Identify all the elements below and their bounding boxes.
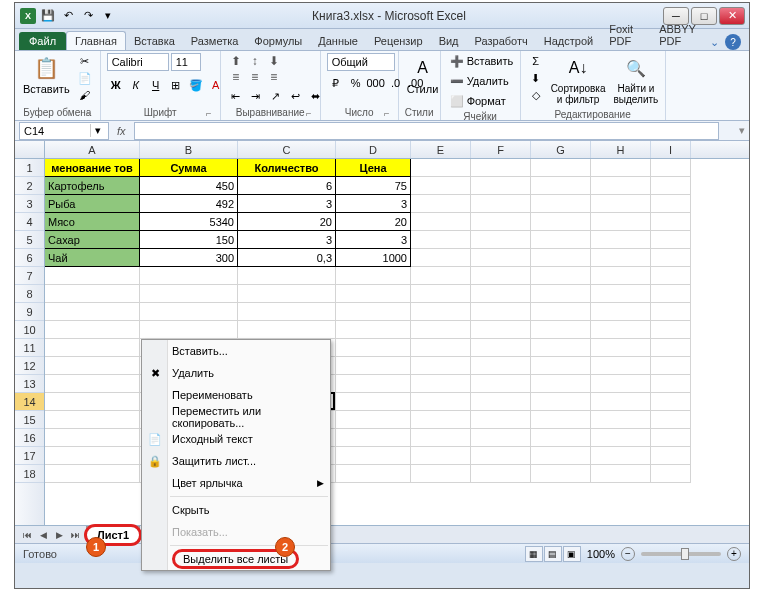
font-size-combo[interactable]: 11 [171, 53, 201, 71]
cell-I7[interactable] [651, 267, 691, 285]
column-header-A[interactable]: A [45, 141, 140, 158]
wrap-text-icon[interactable]: ↩ [287, 88, 305, 104]
cell-H3[interactable] [591, 195, 651, 213]
percent-icon[interactable]: % [347, 75, 365, 91]
sheet-nav-first-icon[interactable]: ⏮ [19, 527, 35, 543]
cell-A18[interactable] [45, 465, 140, 483]
row-header-16[interactable]: 16 [15, 429, 44, 447]
cell-I16[interactable] [651, 429, 691, 447]
cell-D1[interactable]: Цена [336, 159, 411, 177]
cell-I9[interactable] [651, 303, 691, 321]
cell-D17[interactable] [336, 447, 411, 465]
undo-icon[interactable]: ↶ [59, 7, 77, 25]
cell-E17[interactable] [411, 447, 471, 465]
cell-E2[interactable] [411, 177, 471, 195]
cell-E14[interactable] [411, 393, 471, 411]
font-launcher-icon[interactable]: ⌐ [206, 108, 216, 118]
cell-D11[interactable] [336, 339, 411, 357]
orientation-icon[interactable]: ↗ [267, 88, 285, 104]
cell-F17[interactable] [471, 447, 531, 465]
cell-B9[interactable] [140, 303, 238, 321]
align-left-icon[interactable]: ≡ [227, 69, 245, 84]
cell-B10[interactable] [140, 321, 238, 339]
cell-F15[interactable] [471, 411, 531, 429]
ctx-item-2[interactable]: Переименовать [142, 384, 330, 406]
cell-I1[interactable] [651, 159, 691, 177]
cell-E13[interactable] [411, 375, 471, 393]
cell-G8[interactable] [531, 285, 591, 303]
cell-D16[interactable] [336, 429, 411, 447]
number-launcher-icon[interactable]: ⌐ [384, 108, 394, 118]
cell-I11[interactable] [651, 339, 691, 357]
cell-D12[interactable] [336, 357, 411, 375]
cell-I15[interactable] [651, 411, 691, 429]
cell-I12[interactable] [651, 357, 691, 375]
cell-F5[interactable] [471, 231, 531, 249]
cell-H15[interactable] [591, 411, 651, 429]
cell-A15[interactable] [45, 411, 140, 429]
cell-B5[interactable]: 150 [140, 231, 238, 249]
cell-I17[interactable] [651, 447, 691, 465]
close-button[interactable]: ✕ [719, 7, 745, 25]
cell-E7[interactable] [411, 267, 471, 285]
ctx-item-5[interactable]: 🔒Защитить лист... [142, 450, 330, 472]
file-tab[interactable]: Файл [19, 32, 66, 50]
cell-H8[interactable] [591, 285, 651, 303]
row-header-12[interactable]: 12 [15, 357, 44, 375]
ctx-item-0[interactable]: Вставить... [142, 340, 330, 362]
decrease-indent-icon[interactable]: ⇤ [227, 88, 245, 104]
row-header-6[interactable]: 6 [15, 249, 44, 267]
cell-C1[interactable]: Количество [238, 159, 336, 177]
cell-G15[interactable] [531, 411, 591, 429]
cell-H13[interactable] [591, 375, 651, 393]
row-header-4[interactable]: 4 [15, 213, 44, 231]
cell-F2[interactable] [471, 177, 531, 195]
comma-icon[interactable]: 000 [367, 75, 385, 91]
cell-I6[interactable] [651, 249, 691, 267]
cell-B6[interactable]: 300 [140, 249, 238, 267]
cell-E9[interactable] [411, 303, 471, 321]
border-icon[interactable]: ⊞ [167, 77, 185, 93]
copy-icon[interactable]: 📄 [76, 70, 94, 86]
row-header-14[interactable]: 14 [15, 393, 44, 411]
cell-H9[interactable] [591, 303, 651, 321]
ctx-item-3[interactable]: Переместить или скопировать... [142, 406, 330, 428]
select-all-button[interactable] [15, 141, 45, 158]
zoom-thumb[interactable] [681, 548, 689, 560]
row-header-13[interactable]: 13 [15, 375, 44, 393]
row-header-7[interactable]: 7 [15, 267, 44, 285]
align-bottom-icon[interactable]: ⬇ [265, 53, 283, 68]
cell-G18[interactable] [531, 465, 591, 483]
align-launcher-icon[interactable]: ⌐ [306, 108, 316, 118]
cell-E6[interactable] [411, 249, 471, 267]
excel-logo[interactable]: X [19, 7, 37, 25]
row-header-15[interactable]: 15 [15, 411, 44, 429]
row-header-1[interactable]: 1 [15, 159, 44, 177]
cell-F11[interactable] [471, 339, 531, 357]
cut-icon[interactable]: ✂ [76, 53, 94, 69]
cell-I4[interactable] [651, 213, 691, 231]
sheet-nav-last-icon[interactable]: ⏭ [67, 527, 83, 543]
increase-indent-icon[interactable]: ⇥ [247, 88, 265, 104]
align-center-icon[interactable]: ≡ [246, 69, 264, 84]
cell-B1[interactable]: Сумма [140, 159, 238, 177]
cell-E12[interactable] [411, 357, 471, 375]
cell-F4[interactable] [471, 213, 531, 231]
align-middle-icon[interactable]: ↕ [246, 53, 264, 68]
clipboard-launcher-icon[interactable]: ⌐ [86, 108, 96, 118]
column-header-I[interactable]: I [651, 141, 691, 158]
ctx-item-7[interactable]: Скрыть [142, 499, 330, 521]
tab-abbyy[interactable]: ABBYY PDF [651, 20, 710, 50]
row-header-2[interactable]: 2 [15, 177, 44, 195]
cell-D9[interactable] [336, 303, 411, 321]
cell-F16[interactable] [471, 429, 531, 447]
cell-A2[interactable]: Картофель [45, 177, 140, 195]
cell-F12[interactable] [471, 357, 531, 375]
cell-B4[interactable]: 5340 [140, 213, 238, 231]
cell-I10[interactable] [651, 321, 691, 339]
cell-H2[interactable] [591, 177, 651, 195]
tab-developer[interactable]: Разработч [467, 32, 536, 50]
cell-G6[interactable] [531, 249, 591, 267]
cell-I2[interactable] [651, 177, 691, 195]
cell-H6[interactable] [591, 249, 651, 267]
